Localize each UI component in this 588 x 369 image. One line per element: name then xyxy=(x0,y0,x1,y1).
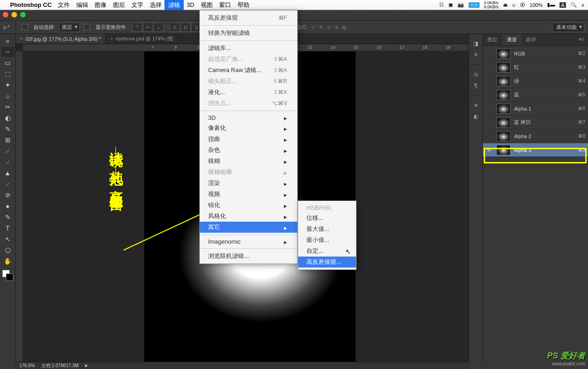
channel-row[interactable]: RGB⌘2 xyxy=(483,47,588,61)
pen-tool[interactable]: ● xyxy=(1,201,14,211)
auto-select-checkbox[interactable] xyxy=(22,24,28,30)
properties-panel-icon[interactable]: ≡ xyxy=(474,51,477,58)
menu-item[interactable]: 高反差保留⌘F xyxy=(200,12,297,23)
channel-row[interactable]: Alpha 2⌘8 xyxy=(483,129,588,143)
character-panel-icon[interactable]: A| xyxy=(473,71,478,78)
type-tool[interactable]: ✎ xyxy=(1,212,14,222)
move-tool[interactable]: ↔ xyxy=(1,47,14,57)
close-tab-icon[interactable]: × xyxy=(110,36,113,41)
menu-file[interactable]: 文件 xyxy=(58,1,70,9)
menu-edit[interactable]: 编辑 xyxy=(76,1,88,9)
menu-item[interactable]: Imagenomic xyxy=(200,237,297,246)
wifi-icon[interactable]: ⦿ xyxy=(520,2,525,8)
orbit-icon[interactable]: ⟲ xyxy=(311,24,315,30)
hand-tool[interactable]: ⬠ xyxy=(1,245,14,255)
menu-filter[interactable]: 滤镜 xyxy=(164,0,184,10)
pan-icon[interactable]: ✥ xyxy=(319,24,323,30)
brush-tool[interactable]: ✎ xyxy=(1,124,14,134)
menu-layer[interactable]: 图层 xyxy=(113,1,125,9)
zoom-value[interactable]: 176.8% xyxy=(19,363,35,368)
menu-item[interactable]: 3D xyxy=(200,113,297,123)
channel-row[interactable]: 蓝⌘5 xyxy=(483,88,588,102)
menu-item[interactable]: 杂色 xyxy=(200,145,297,156)
dolly-icon[interactable]: ⊕ xyxy=(327,24,331,30)
menu-item[interactable]: 模糊 xyxy=(200,156,297,167)
wand-tool[interactable]: ✦ xyxy=(1,80,14,90)
workspace-preset[interactable]: 基本功能 xyxy=(552,22,584,32)
menu-item[interactable]: 高反差保留... xyxy=(298,257,356,268)
path-tool[interactable]: T xyxy=(1,223,14,233)
adjustments-panel-icon[interactable]: ✕ xyxy=(474,102,478,109)
background-color[interactable] xyxy=(6,274,13,281)
menu-item[interactable]: 视频 xyxy=(200,189,297,200)
heal-tool[interactable]: ◐ xyxy=(1,113,14,123)
menu-item[interactable]: 滤镜库... xyxy=(200,43,297,54)
tab-layers[interactable]: 图层 xyxy=(483,34,502,45)
dodge-tool[interactable]: ⊘ xyxy=(1,190,14,200)
channel-row[interactable]: 蓝 拷贝⌘7 xyxy=(483,116,588,129)
menu-item[interactable]: Camera Raw 滤镜...⇧⌘A xyxy=(200,65,297,76)
history-brush-tool[interactable]: ⟋ xyxy=(1,146,14,156)
eject-icon[interactable]: ⏏ xyxy=(503,2,508,8)
notif-icon[interactable]: ☷ xyxy=(439,2,444,8)
menu-text[interactable]: 文字 xyxy=(131,1,143,9)
auto-select-dropdown[interactable]: 图层 xyxy=(59,22,80,32)
close-tab-icon[interactable]: × xyxy=(20,36,23,41)
menu-image[interactable]: 图像 xyxy=(95,1,107,9)
channel-row[interactable]: 绿⌘4 xyxy=(483,74,588,88)
input-icon[interactable]: A xyxy=(560,2,565,8)
color-swatch[interactable] xyxy=(2,270,13,281)
battery-icon[interactable]: ▮▬ xyxy=(547,2,555,8)
channel-row[interactable]: 红⌘3 xyxy=(483,61,588,74)
crop-tool[interactable]: ⌕ xyxy=(1,91,14,101)
menu-window[interactable]: 窗口 xyxy=(219,1,231,9)
shape-tool[interactable]: ↖ xyxy=(1,234,14,244)
align-top-icon[interactable]: ⊤ xyxy=(132,22,142,32)
visibility-icon[interactable]: 👁 xyxy=(486,147,493,153)
menu-item[interactable]: 液化...⇧⌘X xyxy=(200,87,297,98)
eyedropper-tool[interactable]: ✂ xyxy=(1,102,14,112)
cloud-icon[interactable]: ⊂⊃ xyxy=(469,2,480,8)
zoom-tool[interactable]: ✋ xyxy=(1,256,14,266)
paragraph-panel-icon[interactable]: ¶ xyxy=(474,83,477,89)
slide-icon[interactable]: ◈ xyxy=(334,24,338,30)
video-icon[interactable]: ▣ xyxy=(448,2,453,8)
eraser-tool[interactable]: ⟋ xyxy=(1,157,14,167)
menu-view[interactable]: 视图 xyxy=(201,1,213,9)
gradient-tool[interactable]: ▲ xyxy=(1,168,14,178)
channel-row[interactable]: 👁Alpha 3⌘9 xyxy=(483,143,588,157)
menu-item[interactable]: 扭曲 xyxy=(200,134,297,145)
camera-3d-icon[interactable]: ▣ xyxy=(342,24,346,30)
menu-item[interactable]: 风格化 xyxy=(200,211,297,222)
bluetooth-icon[interactable]: ⌽ xyxy=(512,2,515,8)
menu-item[interactable]: 像素化 xyxy=(200,123,297,134)
doc-tab-2[interactable]: ×eyebrow.psd @ 174% (图 xyxy=(106,34,178,44)
menu-item[interactable]: 浏览联机滤镜... xyxy=(200,251,297,262)
menu-item[interactable]: 其它 xyxy=(200,222,297,233)
align-hcenter-icon[interactable]: ⊟ xyxy=(181,22,191,32)
lasso-tool[interactable]: ⬚ xyxy=(1,69,14,79)
panel-menu-icon[interactable]: ▾≡ xyxy=(575,34,588,45)
menu-item[interactable]: 渲染 xyxy=(200,178,297,189)
align-left-icon[interactable]: ⊏ xyxy=(170,22,180,32)
menu-select[interactable]: 选择 xyxy=(150,1,162,9)
menu-item[interactable]: 位移... xyxy=(298,212,356,224)
align-bottom-icon[interactable]: ⊥ xyxy=(153,22,164,32)
menu-item[interactable]: 转换为智能滤镜 xyxy=(200,28,297,39)
menu-item[interactable]: 最小值... xyxy=(298,235,356,246)
blur-tool[interactable]: ⟋ xyxy=(1,179,14,189)
channel-row[interactable]: Alpha 1⌘6 xyxy=(483,102,588,116)
hamburger-icon[interactable]: ≡ xyxy=(582,2,584,8)
styles-panel-icon[interactable]: ◐ xyxy=(474,113,478,120)
tab-channels[interactable]: 通道 xyxy=(502,34,521,45)
tab-toggle-icon[interactable]: » xyxy=(1,36,14,46)
doc-size[interactable]: 文档:1.07M/17.3M xyxy=(41,363,79,369)
menu-item[interactable]: 锐化 xyxy=(200,200,297,211)
menu-help[interactable]: 帮助 xyxy=(237,1,249,9)
align-vcenter-icon[interactable]: ⊢ xyxy=(143,22,153,32)
stamp-tool[interactable]: ⊞ xyxy=(1,135,14,145)
spotlight-icon[interactable]: 🔍 xyxy=(571,2,577,8)
camera-icon[interactable]: 📷 xyxy=(458,2,464,8)
history-panel-icon[interactable]: ◨ xyxy=(473,40,478,47)
marquee-tool[interactable]: ▭ xyxy=(1,58,14,68)
